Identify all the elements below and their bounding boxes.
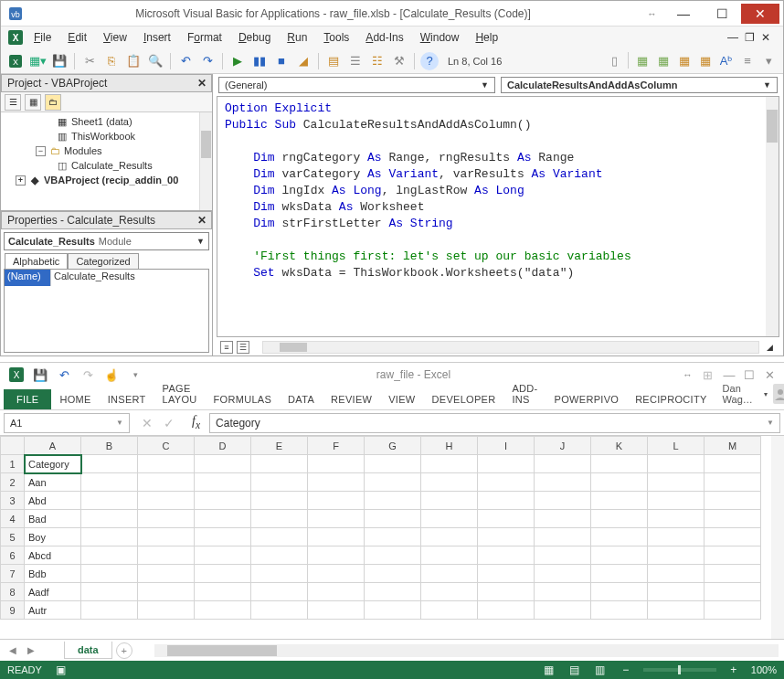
paste-button[interactable]: 📋 [124, 52, 143, 70]
properties-close-button[interactable]: ✕ [195, 213, 209, 228]
ribbon-tab-reciprocity[interactable]: RECIPROCITY [627, 389, 715, 409]
tree-sheet1[interactable]: ▦Sheet1 (data) [1, 114, 212, 129]
help-button[interactable]: ? [420, 52, 439, 70]
child-restore-button[interactable]: ❐ [743, 31, 756, 44]
row-header[interactable]: 1 [1, 455, 25, 473]
row-header[interactable]: 2 [1, 473, 25, 492]
break-button[interactable]: ▮▮ [250, 52, 269, 70]
cell-A1[interactable]: Category [25, 455, 81, 473]
menu-format[interactable]: Format [180, 28, 229, 47]
col-header-J[interactable]: J [535, 437, 591, 455]
formula-input[interactable]: Category▼ [209, 413, 780, 433]
expand-icon[interactable]: + [16, 175, 26, 186]
vbe-maximize-button[interactable]: ☐ [703, 4, 741, 24]
extra-tool-1[interactable]: ▯ [605, 52, 623, 70]
copy-button[interactable]: ⎘ [102, 52, 121, 70]
menu-file[interactable]: File [26, 28, 58, 47]
col-header-G[interactable]: G [365, 437, 421, 455]
cell-A6[interactable]: Abcd [25, 546, 81, 565]
extra-tool-5[interactable]: ▦ [696, 52, 715, 70]
collapse-icon[interactable]: − [36, 146, 46, 156]
code-hscroll[interactable] [262, 341, 759, 354]
insert-function-button[interactable]: fx [186, 414, 206, 431]
col-header-M[interactable]: M [705, 437, 761, 455]
find-button[interactable]: 🔍 [146, 52, 164, 70]
ribbon-tab-view[interactable]: VIEW [380, 389, 423, 409]
view-pagebreak-button[interactable]: ▥ [592, 663, 609, 676]
tab-alphabetic[interactable]: Alphabetic [5, 253, 68, 269]
col-header-A[interactable]: A [25, 437, 81, 455]
properties-button[interactable]: ☰ [346, 52, 365, 70]
zoom-in-button[interactable]: + [726, 663, 742, 676]
menu-edit[interactable]: Edit [60, 28, 94, 47]
cell-A2[interactable]: Aan [25, 473, 81, 492]
zoom-slider[interactable] [643, 668, 716, 672]
property-name-value[interactable]: Calculate_Results [50, 270, 208, 286]
extra-tool-8[interactable]: ▾ [759, 52, 778, 70]
ribbon-tab-addins[interactable]: ADD-INS [503, 378, 546, 409]
redo-button[interactable]: ↷ [198, 52, 217, 70]
excel-icon[interactable]: X [7, 366, 26, 384]
procedure-combo[interactable]: CalculateResultsAndAddAsColumn▼ [501, 77, 778, 93]
qa-customize-button[interactable]: ▾ [126, 366, 144, 384]
project-explorer-button[interactable]: ▤ [324, 52, 343, 70]
properties-object-combo[interactable]: Calculate_Results Module ▼ [4, 232, 209, 250]
full-module-view-button[interactable]: ☰ [237, 341, 249, 354]
object-combo[interactable]: (General)▼ [218, 77, 495, 93]
cell-A7[interactable]: Bdb [25, 565, 81, 583]
row-header[interactable]: 3 [1, 492, 25, 510]
code-editor[interactable]: Option Explicit Public Sub CalculateResu… [217, 96, 779, 337]
cut-button[interactable]: ✂ [80, 52, 99, 70]
extra-tool-4[interactable]: ▦ [675, 52, 694, 70]
tree-addin-project[interactable]: +◆VBAProject (recip_addin_00 [1, 173, 212, 187]
ribbon-account[interactable]: Dan Wag…▾ [715, 378, 784, 409]
zoom-level[interactable]: 100% [751, 664, 777, 675]
properties-grid[interactable]: (Name) Calculate_Results [4, 269, 209, 353]
vbe-minimize-button[interactable]: — [664, 4, 703, 24]
row-header[interactable]: 6 [1, 546, 25, 565]
row-header[interactable]: 9 [1, 601, 25, 620]
project-tree[interactable]: ▦Sheet1 (data) ▥ThisWorkbook −🗀Modules ◫… [1, 112, 212, 210]
cell-A8[interactable]: Aadf [25, 583, 81, 601]
cell-A9[interactable]: Autr [25, 601, 81, 620]
col-header-C[interactable]: C [138, 437, 195, 455]
extra-tool-2[interactable]: ▦ [633, 52, 652, 70]
col-header-F[interactable]: F [308, 437, 365, 455]
cell-A5[interactable]: Boy [25, 528, 81, 546]
ribbon-tab-pagelayout[interactable]: PAGE LAYOU [154, 378, 206, 409]
qa-save-button[interactable]: 💾 [31, 366, 49, 384]
view-pagelayout-button[interactable]: ▤ [567, 663, 583, 676]
col-header-K[interactable]: K [591, 437, 648, 455]
ribbon-tab-data[interactable]: DATA [280, 389, 323, 409]
ribbon-tab-insert[interactable]: INSERT [100, 389, 154, 409]
col-header-I[interactable]: I [478, 437, 535, 455]
qa-undo-button[interactable]: ↶ [55, 366, 73, 384]
view-normal-button[interactable]: ▦ [541, 663, 557, 676]
extra-tool-7[interactable]: ≡ [738, 52, 757, 70]
project-explorer-header[interactable]: Project - VBAProject ✕ [1, 74, 212, 92]
reset-button[interactable]: ■ [272, 52, 291, 70]
save-button[interactable]: 💾 [50, 52, 69, 70]
project-explorer-close-button[interactable]: ✕ [195, 76, 209, 90]
tree-modules-folder[interactable]: −🗀Modules [1, 143, 212, 158]
col-header-E[interactable]: E [251, 437, 308, 455]
menu-help[interactable]: Help [468, 28, 505, 47]
tab-categorized[interactable]: Categorized [68, 253, 138, 269]
grid-vscroll[interactable] [771, 436, 784, 639]
ribbon-tab-home[interactable]: HOME [51, 389, 99, 409]
row-header[interactable]: 8 [1, 583, 25, 601]
row-header[interactable]: 4 [1, 510, 25, 528]
new-sheet-button[interactable]: + [116, 642, 132, 659]
sheet-nav-next[interactable]: ▶ [24, 643, 38, 658]
view-code-button[interactable]: ☰ [5, 94, 21, 111]
vbe-close-button[interactable]: ✕ [741, 4, 779, 24]
fx-enter-button[interactable]: ✓ [159, 413, 179, 433]
col-header-B[interactable]: B [81, 437, 138, 455]
sheet-nav-prev[interactable]: ◀ [5, 643, 20, 658]
menu-addins[interactable]: Add-Ins [358, 28, 410, 47]
project-tree-vscroll[interactable] [199, 112, 212, 210]
menu-tools[interactable]: Tools [316, 28, 356, 47]
ribbon-tab-file[interactable]: FILE [4, 389, 51, 409]
cell-A4[interactable]: Bad [25, 510, 81, 528]
design-mode-button[interactable]: ◢ [294, 52, 313, 70]
